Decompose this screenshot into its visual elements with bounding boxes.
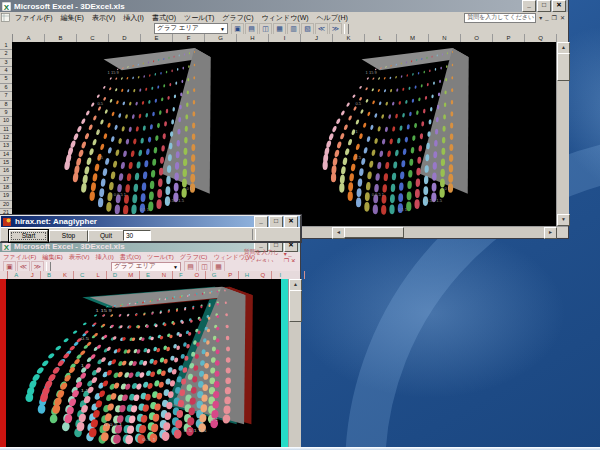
- help-dropdown-icon[interactable]: ▾: [539, 14, 542, 21]
- row-header-15[interactable]: 15: [0, 159, 12, 167]
- column-header-H[interactable]: H: [237, 34, 269, 42]
- row-header-4[interactable]: 4: [0, 67, 12, 75]
- row-header-14[interactable]: 14: [0, 151, 12, 159]
- vertical-scrollbar[interactable]: ▲ ▼: [556, 42, 569, 226]
- chevron-down-icon[interactable]: ▼: [169, 264, 178, 270]
- interval-input[interactable]: 30: [123, 230, 151, 241]
- stop-button[interactable]: Stop: [49, 230, 88, 242]
- column-header-G[interactable]: G: [205, 34, 237, 42]
- row-header-9[interactable]: 9: [0, 109, 12, 117]
- menu-item-4[interactable]: 書式(O): [117, 253, 144, 262]
- scroll-down-icon[interactable]: ▼: [557, 214, 570, 226]
- anaglyph-chart[interactable]: 1 15 90.511.50 0.5 10.5 10.5 1 1.50 1: [22, 281, 272, 450]
- workbook-minimize-button[interactable]: _: [545, 15, 548, 21]
- minimize-button[interactable]: _: [522, 0, 536, 12]
- row-header-17[interactable]: 17: [0, 176, 12, 184]
- row-header-7[interactable]: 7: [0, 92, 12, 100]
- anaglyph-worksheet-area[interactable]: 1 15 90.511.50 0.5 10.5 10.5 1 1.50 1: [0, 279, 300, 450]
- menu-item-1[interactable]: 編集(E): [57, 13, 88, 23]
- menu-item-0[interactable]: ファイル(F): [11, 13, 57, 23]
- row-header-1[interactable]: 1: [0, 42, 12, 50]
- help-question-box[interactable]: 質問を入力してください: [464, 13, 536, 23]
- column-header-N[interactable]: N: [429, 34, 461, 42]
- scroll-right-icon[interactable]: ►: [544, 227, 557, 239]
- toolbar-grip[interactable]: [46, 262, 51, 272]
- row-header-5[interactable]: 5: [0, 75, 12, 83]
- row-header-2[interactable]: 2: [0, 50, 12, 58]
- bottom-vertical-scrollbar[interactable]: ▲: [288, 279, 301, 450]
- column-header-L[interactable]: L: [365, 34, 397, 42]
- anaglyph-column-header-7[interactable]: HQ: [239, 271, 272, 279]
- legend-icon[interactable]: ◫: [259, 23, 272, 35]
- close-button[interactable]: ✕: [284, 216, 298, 228]
- menu-item-5[interactable]: ツール(T): [144, 253, 177, 262]
- by-column-icon[interactable]: ▧: [301, 23, 314, 35]
- menu-item-3[interactable]: 挿入(I): [92, 253, 116, 262]
- row-header-12[interactable]: 12: [0, 134, 12, 142]
- row-header-6[interactable]: 6: [0, 84, 12, 92]
- column-header-K[interactable]: K: [333, 34, 365, 42]
- menu-item-7[interactable]: ウィンドウ(W): [258, 13, 313, 23]
- column-header-B[interactable]: B: [45, 34, 77, 42]
- data-table-icon[interactable]: ▦: [273, 23, 286, 35]
- workbook-restore-button[interactable]: ❐: [552, 14, 557, 21]
- anaglyph-column-header-3[interactable]: DM: [107, 271, 140, 279]
- column-header-C[interactable]: C: [77, 34, 109, 42]
- main-titlebar[interactable]: X Microsoft Excel - 3DExcel.xls _□✕: [0, 0, 568, 12]
- maximize-button[interactable]: □: [269, 216, 283, 228]
- anaglyph-column-header-8[interactable]: I: [272, 271, 305, 279]
- column-header-F[interactable]: F: [173, 34, 205, 42]
- anaglyph-column-header-5[interactable]: FO: [173, 271, 206, 279]
- format-selection-icon[interactable]: ▣: [231, 23, 244, 35]
- row-header-19[interactable]: 19: [0, 192, 12, 200]
- chart-object-combobox[interactable]: グラフ エリア ▼: [154, 23, 228, 34]
- column-header-A[interactable]: A: [13, 34, 45, 42]
- menu-item-2[interactable]: 表示(V): [66, 253, 93, 262]
- anaglyph-column-header-4[interactable]: EN: [140, 271, 173, 279]
- toolbar-grip[interactable]: [344, 24, 349, 34]
- column-header-Q[interactable]: Q: [525, 34, 557, 42]
- column-header-D[interactable]: D: [109, 34, 141, 42]
- hscroll-thumb[interactable]: [344, 227, 404, 238]
- chart-left-stereo[interactable]: 1 15 90.511.50 0.5 10.5 10.5 1 1.50 1: [56, 42, 230, 224]
- row-header-16[interactable]: 16: [0, 167, 12, 175]
- select-all-corner[interactable]: [0, 271, 8, 279]
- vscroll-thumb[interactable]: [557, 53, 570, 81]
- menu-item-5[interactable]: ツール(T): [180, 13, 218, 23]
- row-header-3[interactable]: 3: [0, 59, 12, 67]
- row-header-10[interactable]: 10: [0, 117, 12, 125]
- angle-text-down-icon[interactable]: ≪: [315, 23, 328, 35]
- column-header-J[interactable]: J: [301, 34, 333, 42]
- maximize-button[interactable]: □: [537, 0, 551, 12]
- bottom-chart-combobox[interactable]: グラフ エリア ▼: [111, 262, 181, 272]
- column-header-P[interactable]: P: [493, 34, 525, 42]
- column-header-E[interactable]: E: [141, 34, 173, 42]
- minimize-button[interactable]: _: [254, 216, 268, 228]
- column-header-M[interactable]: M: [397, 34, 429, 42]
- anaglyph-column-header-6[interactable]: GP: [206, 271, 239, 279]
- menu-item-2[interactable]: 表示(V): [88, 13, 119, 23]
- by-row-icon[interactable]: ▥: [287, 23, 300, 35]
- row-header-11[interactable]: 11: [0, 126, 12, 134]
- start-button[interactable]: Start: [9, 230, 48, 242]
- angle-text-up-icon[interactable]: ≫: [329, 23, 342, 35]
- row-header-20[interactable]: 20: [0, 201, 12, 209]
- workbook-close-button[interactable]: ✕: [560, 14, 565, 21]
- row-header-8[interactable]: 8: [0, 101, 12, 109]
- chevron-down-icon[interactable]: ▼: [216, 26, 225, 32]
- column-header-I[interactable]: I: [269, 34, 301, 42]
- row-header-13[interactable]: 13: [0, 142, 12, 150]
- menu-item-4[interactable]: 書式(O): [148, 13, 180, 23]
- chart-right-stereo[interactable]: 1 15 90.511.50 0.5 10.5 10.5 1 1.50 1: [314, 42, 488, 224]
- close-button[interactable]: ✕: [552, 0, 566, 12]
- anaglypher-titlebar[interactable]: hirax.net: Anaglypher _□✕: [1, 216, 300, 227]
- column-header-O[interactable]: O: [461, 34, 493, 42]
- size-grip[interactable]: [557, 227, 568, 237]
- vscroll-thumb[interactable]: [289, 290, 302, 322]
- anaglyph-column-header-1[interactable]: BK: [41, 271, 74, 279]
- chart-type-icon[interactable]: ▤: [245, 23, 258, 35]
- menu-item-6[interactable]: グラフ(C): [218, 13, 257, 23]
- menu-item-8[interactable]: ヘルプ(H): [313, 13, 352, 23]
- row-header-18[interactable]: 18: [0, 184, 12, 192]
- quit-button[interactable]: Quit: [88, 230, 124, 242]
